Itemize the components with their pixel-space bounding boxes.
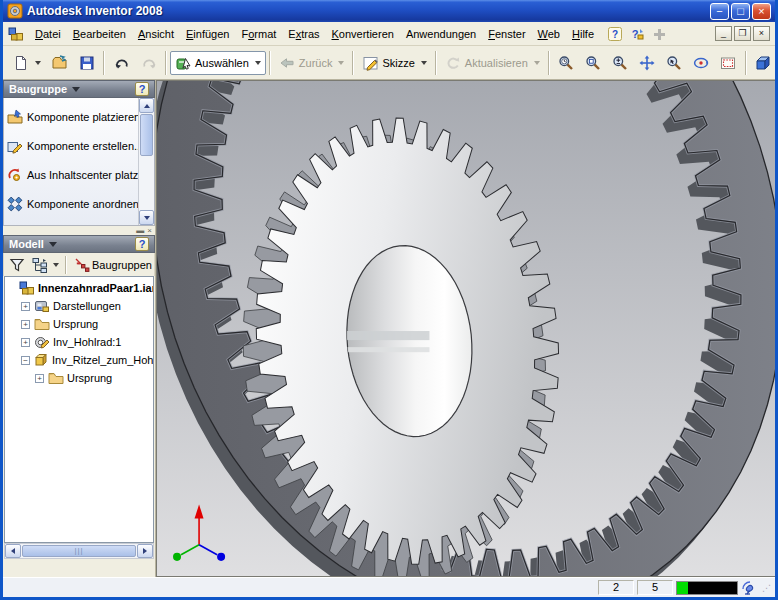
tree-row[interactable]: InnenzahnradPaar1.iam <box>7 279 153 297</box>
help-topics-icon[interactable]: ? <box>606 25 624 43</box>
scroll-down-button[interactable] <box>139 210 154 225</box>
scroll-right-button[interactable] <box>137 544 153 558</box>
satellite-icon <box>741 580 757 596</box>
modell-panel-title: Modell <box>9 238 44 250</box>
tree-hscrollbar[interactable]: ||| <box>4 543 154 559</box>
baugruppe-help-button[interactable]: ? <box>135 82 149 96</box>
tree-row[interactable]: +Ursprung <box>7 369 153 387</box>
hohlrad-icon <box>33 334 50 351</box>
menu-anwendungen[interactable]: Anwendungen <box>400 25 482 43</box>
save-button[interactable] <box>73 50 100 76</box>
filter-icon <box>8 256 25 273</box>
zoom-window-button[interactable] <box>580 50 607 76</box>
tree-node-label: Inv_Hohlrad:1 <box>53 336 122 348</box>
open-button[interactable] <box>46 50 73 76</box>
modell-help-button[interactable]: ? <box>135 237 149 251</box>
menu-konvertieren[interactable]: Konvertieren <box>326 25 400 43</box>
status-occurrence-count: 2 <box>598 580 634 595</box>
panel-item-pattern-component[interactable]: Komponente anordnen... <box>7 189 138 218</box>
dropdown-caret-icon[interactable] <box>534 61 540 65</box>
visual-syllabus-icon[interactable]: ? <box>628 25 646 43</box>
maximize-button[interactable]: □ <box>731 3 750 20</box>
collapse-icon[interactable]: − <box>21 356 30 365</box>
tree-row[interactable]: +Inv_Hohlrad:1 <box>7 333 153 351</box>
dropdown-caret-icon[interactable] <box>421 61 427 65</box>
shaded-display-button[interactable] <box>750 50 775 76</box>
dropdown-caret-icon[interactable] <box>35 61 41 65</box>
scroll-thumb[interactable] <box>140 114 153 156</box>
menu-web[interactable]: Web <box>532 25 566 43</box>
redo-button[interactable] <box>135 50 162 76</box>
back-button[interactable]: Zurück <box>274 50 350 76</box>
zoom-all-button[interactable] <box>553 50 580 76</box>
menu-datei[interactable]: Datei <box>29 25 67 43</box>
menu-format[interactable]: Format <box>235 25 282 43</box>
dropdown-caret-icon[interactable] <box>255 61 261 65</box>
tree-row[interactable]: +Ursprung <box>7 315 153 333</box>
menu-fenster[interactable]: Fenster <box>482 25 531 43</box>
scroll-left-button[interactable] <box>5 544 21 558</box>
expand-icon[interactable]: + <box>21 302 30 311</box>
look-at-button[interactable] <box>715 50 742 76</box>
update-label: Aktualisieren <box>465 57 528 69</box>
chevron-down-icon <box>49 242 57 247</box>
app-window: Autodesk Inventor 2008 − □ × DateiBearbe… <box>0 0 778 600</box>
baugruppe-scrollbar[interactable] <box>138 98 154 225</box>
tree-node-label: Ursprung <box>53 318 98 330</box>
panel-column: Baugruppe ? Komponente platzieren...Komp… <box>3 80 156 577</box>
save-icon <box>78 54 95 71</box>
dropdown-caret-icon[interactable] <box>338 61 344 65</box>
menu-hilfe[interactable]: Hilfe <box>566 25 600 43</box>
expand-icon[interactable]: + <box>35 374 44 383</box>
expand-icon[interactable]: + <box>21 320 30 329</box>
hierarchy-button[interactable] <box>29 255 61 275</box>
panel-undock-icon[interactable]: ▬ <box>136 227 144 235</box>
tree-row[interactable]: +Darstellungen <box>7 297 153 315</box>
select-button[interactable]: Auswählen <box>170 51 266 75</box>
menu-extras[interactable]: Extras <box>282 25 325 43</box>
expand-icon[interactable]: + <box>21 338 30 347</box>
modell-panel-header[interactable]: Modell ? <box>3 235 155 253</box>
panel-item-label: Aus Inhaltscenter platzieren <box>27 169 138 181</box>
close-button[interactable]: × <box>752 3 771 20</box>
folder-icon <box>47 370 64 387</box>
open-folder-icon <box>51 54 68 71</box>
pan-button[interactable] <box>634 50 661 76</box>
baugruppen-view-button[interactable]: Baugruppen <box>71 255 154 275</box>
toolbar-separator <box>269 51 271 75</box>
viewport-3d[interactable] <box>156 80 775 577</box>
minimize-button[interactable]: − <box>710 3 729 20</box>
menu-bearbeiten[interactable]: Bearbeiten <box>67 25 132 43</box>
zoom-selected-button[interactable] <box>661 50 688 76</box>
tree-row[interactable]: −Inv_Ritzel_zum_Hohlrad <box>7 351 153 369</box>
menu-einfgen[interactable]: Einfügen <box>180 25 235 43</box>
resize-grip[interactable]: ⋰ <box>762 584 771 592</box>
panel-item-create-component[interactable]: Komponente erstellen... <box>7 131 138 160</box>
sketch-button[interactable]: Skizze <box>357 50 431 76</box>
baugruppe-panel-header[interactable]: Baugruppe ? <box>3 80 155 98</box>
panel-item-place-component[interactable]: Komponente platzieren... <box>7 102 138 131</box>
mdi-minimize-button[interactable]: _ <box>715 26 732 41</box>
zoom-button[interactable] <box>607 50 634 76</box>
new-button[interactable] <box>7 50 46 76</box>
panel-close-icon[interactable]: × <box>147 227 152 235</box>
hscroll-thumb[interactable]: ||| <box>22 545 136 557</box>
orbit-button[interactable] <box>688 50 715 76</box>
new-doc-icon <box>12 54 29 71</box>
baugruppe-panel: Baugruppe ? Komponente platzieren...Komp… <box>3 80 155 226</box>
part-box-icon <box>33 352 49 369</box>
panel-item-content-center[interactable]: Aus Inhaltscenter platzieren <box>7 160 138 189</box>
mdi-close-button[interactable]: × <box>753 26 770 41</box>
baugruppen-icon <box>73 256 90 273</box>
modell-panel: Modell ? Baugruppen InnenzahnradPaar1.ia… <box>3 235 155 577</box>
undo-button[interactable] <box>108 50 135 76</box>
menu-ansicht[interactable]: Ansicht <box>132 25 180 43</box>
scroll-up-button[interactable] <box>139 98 154 113</box>
filter-button[interactable] <box>6 255 27 275</box>
select-label: Auswählen <box>195 57 249 69</box>
update-button[interactable]: Aktualisieren <box>440 50 545 76</box>
zoom-all-icon <box>558 54 575 71</box>
document-assembly-icon <box>7 25 24 42</box>
toolbar-separator <box>103 51 105 75</box>
mdi-restore-button[interactable]: ❐ <box>734 26 751 41</box>
